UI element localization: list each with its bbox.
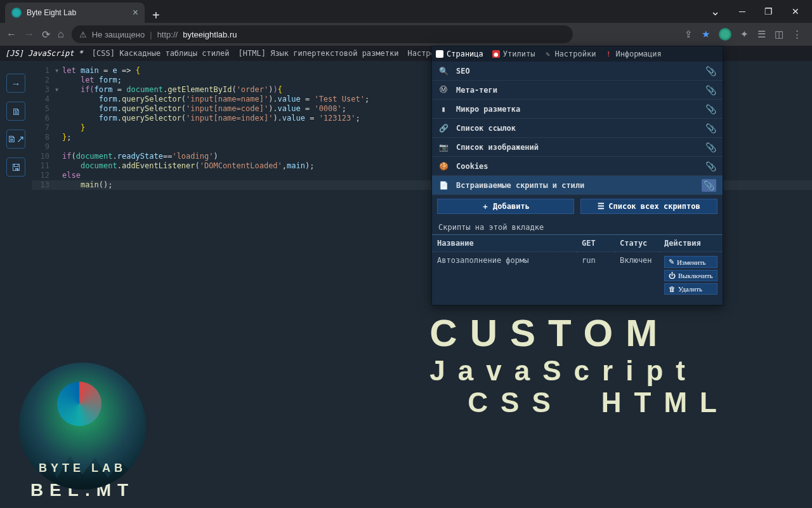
close-icon[interactable]: × [133,7,138,18]
menubar-item[interactable]: [JS] JavaScript * [5,49,83,58]
list-all-button[interactable]: ☰Список всех скриптов [580,199,717,214]
close-window-button[interactable] [792,6,799,17]
panel-tab-info[interactable]: Информация [605,50,661,58]
info-icon [605,50,612,58]
reading-list-icon[interactable]: ☰ [757,29,766,40]
window-controls [710,0,812,23]
table-row: Автозаполнение формы run Включен ✎Измени… [432,252,723,299]
item-label: Список изображений [456,143,698,152]
url-prefix: http:// [157,30,178,39]
extension-avatar-icon[interactable] [719,28,731,41]
item-label: Встраиваемые скрипты и стили [456,181,694,190]
item-icon: ▮ [438,105,449,114]
cell-name: Автозаполнение формы [432,252,577,299]
hero-text: CUSTOM JavaScript CSSHTML [429,311,730,418]
panel-tab-set[interactable]: Настройки [544,50,596,58]
paperclip-icon[interactable]: 📎 [705,66,716,76]
item-icon: Ⓜ [438,84,449,95]
brand-logo: BYTE LAB BEL.MT [19,363,146,500]
item-icon: 🍪 [438,162,449,171]
menubar-item[interactable]: [CSS] Каскадные таблицы стилей [92,49,230,58]
save-button[interactable]: 🖫 [6,157,25,177]
tab-title: Byte Eight Lab [27,8,128,17]
panel-item[interactable]: 🔍SEO📎 [432,62,723,81]
panel-item[interactable]: 📄Встраиваемые скрипты и стили📎 [432,176,723,195]
logo-text-1: BYTE LAB [19,462,146,475]
browser-tab[interactable]: Byte Eight Lab × [5,3,145,23]
col-actions: Действия [659,235,723,252]
page-icon [436,50,443,58]
url-text: byteeightlab.ru [183,30,237,39]
minimize-button[interactable] [739,6,745,17]
plus-icon: ＋ [481,201,489,212]
col-name: Название [432,235,577,252]
item-icon: 📄 [438,181,449,190]
hero-line3: CSSHTML [429,387,730,418]
item-label: SEO [456,67,698,76]
panel-section-title: Скрипты на этой вкладке [432,218,723,235]
bookmark-icon[interactable]: ★ [702,29,710,40]
open-file-button[interactable]: 🗎 [6,102,25,121]
chevron-down-icon[interactable] [710,4,720,18]
address-bar: ← → ⟳ ⌂ ⚠ Не защищено | http://byteeight… [0,23,812,46]
browser-tabbar: Byte Eight Lab × + [0,0,812,23]
item-label: Мета-теги [456,86,698,95]
action-icon: 🗑 [669,285,676,293]
cell-get: run [577,252,615,299]
add-button[interactable]: ＋Добавить [437,199,574,214]
item-label: Микро разметка [456,105,698,114]
item-label: Cookies [456,162,698,171]
panel-item[interactable]: 🍪Cookies📎 [432,157,723,176]
cell-status: Включен [615,252,659,299]
paperclip-icon[interactable]: 📎 [705,142,716,152]
action-icon: ✎ [669,258,674,266]
tab-favicon [11,8,22,18]
util-icon: ● [492,50,500,58]
hero-line2: JavaScript [429,355,730,387]
menu-icon[interactable]: ⋮ [792,29,802,40]
url-input[interactable]: ⚠ Не защищено | http://byteeightlab.ru [72,25,573,43]
paperclip-icon[interactable]: 📎 [702,179,716,192]
row-action-button[interactable]: 🗑Удалить [664,283,717,295]
panel-item[interactable]: 🔗Список ссылок📎 [432,119,723,138]
col-get: GET [577,235,615,252]
extensions-icon[interactable]: ✦ [740,29,749,40]
col-status: Статус [615,235,659,252]
panel-item[interactable]: 📷Список изображений📎 [432,138,723,157]
extension-panel: Страница●УтилитыНастройкиИнформация 🔍SEO… [431,46,723,305]
item-icon: 🔍 [438,67,449,76]
new-tab-button[interactable]: + [145,8,167,23]
insecure-icon: ⚠ [79,30,87,39]
maximize-button[interactable] [764,6,773,17]
menubar-item[interactable]: [HTML] Язык гипертекстовой разметки [239,49,399,58]
share-icon[interactable]: ⇪ [684,29,693,40]
back-button[interactable]: ← [6,29,16,40]
row-action-button[interactable]: ⏻Выключить [664,270,717,281]
panel-items: 🔍SEO📎ⓂМета-теги📎▮Микро разметка📎🔗Список … [432,62,723,195]
paperclip-icon[interactable]: 📎 [705,104,716,114]
sidepanel-icon[interactable]: ◫ [775,29,783,40]
paperclip-icon[interactable]: 📎 [705,85,716,95]
panel-tab-page[interactable]: Страница [436,50,483,58]
item-icon: 📷 [438,143,449,152]
reload-button[interactable]: ⟳ [42,29,50,41]
list-icon: ☰ [598,202,605,211]
item-icon: 🔗 [438,124,449,133]
panel-item[interactable]: ⓂМета-теги📎 [432,81,723,100]
panel-tabs: Страница●УтилитыНастройкиИнформация [432,46,723,62]
panel-actions: ＋Добавить ☰Список всех скриптов [432,195,723,218]
item-label: Список ссылок [456,124,698,133]
set-icon [544,50,551,58]
hero-line1: CUSTOM [429,311,730,355]
table-header: Название GET Статус Действия [432,235,723,252]
home-button[interactable]: ⌂ [58,29,64,40]
security-label: Не защищено [92,30,145,39]
paperclip-icon[interactable]: 📎 [705,123,716,133]
row-action-button[interactable]: ✎Изменить [664,256,717,268]
run-button[interactable]: → [6,74,25,93]
panel-tab-util[interactable]: ●Утилиты [492,50,535,58]
export-button[interactable]: 🗎↗ [6,130,25,149]
paperclip-icon[interactable]: 📎 [705,161,716,171]
panel-item[interactable]: ▮Микро разметка📎 [432,100,723,119]
forward-button[interactable]: → [24,29,34,40]
